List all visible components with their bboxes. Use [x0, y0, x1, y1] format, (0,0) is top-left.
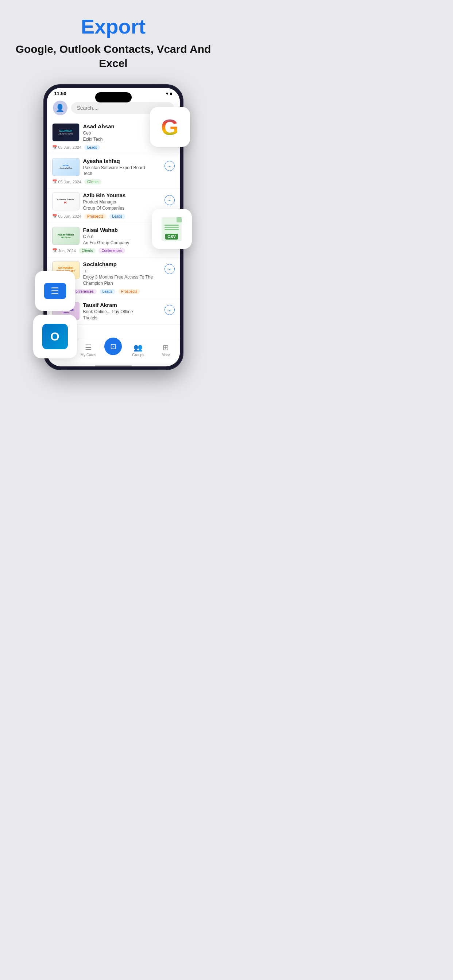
wifi-icon: ▾ — [166, 91, 168, 96]
tag-leads[interactable]: Leads — [84, 145, 100, 150]
nav-scan[interactable]: ⊡ — [102, 345, 124, 355]
scan-button[interactable]: ⊡ — [104, 337, 122, 355]
more-button-azib[interactable]: ··· — [164, 195, 175, 205]
contact-role: Product ManagerGroup Of Companies — [83, 199, 161, 212]
contact-date: 📅 05 Jun, 2024 — [52, 180, 82, 184]
calendar-icon: 📅 — [52, 145, 57, 150]
contact-info-faisal: Faisal Wahab C.e.oAn Frc Group Company — [83, 227, 161, 246]
tag-prospects[interactable]: Prospects — [118, 289, 140, 294]
groups-nav-label: Groups — [132, 353, 144, 357]
contact-info-asad: Asad Ahsan CeoEclix Tech — [83, 123, 161, 143]
tag-leads[interactable]: Leads — [109, 214, 125, 219]
outlook-float-card: O — [33, 315, 77, 358]
tag-clients[interactable]: Clients — [79, 248, 96, 253]
hero-subtitle: Google, Outlook Contacts, Vcard And Exce… — [7, 42, 219, 70]
calendar-icon: 📅 — [52, 180, 57, 184]
contact-name: Azib Bin Younas — [83, 192, 161, 198]
tag-clients[interactable]: Clients — [84, 179, 101, 185]
nav-groups[interactable]: 👥 Groups — [124, 343, 152, 357]
csv-float-card: CSV — [152, 209, 192, 249]
card-thumbnail-3: Azib Bin Younas 90 — [52, 192, 80, 210]
nav-my-cards[interactable]: ☰ My Cards — [74, 343, 102, 357]
contacts-card-icon: ☰ — [44, 283, 66, 299]
calendar-icon: 📅 — [52, 248, 57, 253]
contact-info-tausif: Tausif Akram Book Online... Pay OfflineT… — [83, 302, 161, 321]
contact-name: Tausif Akram — [83, 302, 161, 308]
contact-role: C.e.oAn Frc Group Company — [83, 234, 161, 246]
contact-info-azib: Azib Bin Younas Product ManagerGroup Of … — [83, 192, 161, 212]
csv-icon: CSV — [161, 217, 182, 241]
battery-icon: ■ — [170, 91, 172, 96]
status-time: 11:50 — [54, 91, 66, 96]
contact-role: CeoEclix Tech — [83, 130, 161, 143]
contact-role: Book Online... Pay OfflineThotels — [83, 309, 161, 321]
card-thumbnail-4: Faisal Wahab FRC Group — [52, 227, 80, 245]
contact-name: Faisal Wahab — [83, 227, 161, 233]
nav-more[interactable]: ⊞ More — [152, 343, 180, 357]
more-button-ayesha[interactable]: ··· — [164, 161, 175, 171]
outlook-icon: O — [42, 324, 68, 349]
more-nav-icon: ⊞ — [163, 343, 169, 352]
phone-mockup: G CSV ☰ O — [44, 85, 183, 369]
more-button-tausif[interactable]: ··· — [164, 305, 175, 315]
avatar[interactable]: 👤 — [53, 100, 67, 115]
contact-name: Ayesha Ishfaq — [83, 158, 161, 164]
calendar-icon: 📅 — [52, 214, 57, 219]
home-indicator — [95, 365, 132, 366]
status-icons: ▾ ■ — [166, 91, 172, 96]
contacts-float-card: ☰ — [35, 271, 75, 311]
my-cards-nav-icon: ☰ — [85, 343, 91, 352]
csv-doc: CSV — [161, 217, 182, 241]
contact-name: Asad Ahsan — [83, 123, 161, 129]
tag-leads[interactable]: Leads — [100, 289, 115, 294]
google-float-card: G — [150, 107, 190, 147]
contact-meta-ayesha: 📅 05 Jun, 2024 Clients — [52, 179, 175, 185]
tag-prospects[interactable]: Prospects — [84, 214, 106, 219]
contact-date: 📅 05 Jun, 2024 — [52, 145, 82, 150]
hero-section: Export Google, Outlook Contacts, Vcard A… — [0, 0, 226, 78]
groups-nav-icon: 👥 — [134, 343, 143, 352]
dynamic-island — [95, 92, 132, 102]
google-logo: G — [161, 114, 179, 140]
contact-date: 📅 Jun, 2024 — [52, 248, 76, 253]
tag-conferences[interactable]: Conferences — [99, 248, 125, 253]
contacts-card-symbol: ☰ — [51, 285, 59, 297]
contact-meta-faisal: 📅 Jun, 2024 Clients Conferences — [52, 248, 175, 253]
contact-role: □□Enjoy 3 Months Free Access To The Cham… — [83, 268, 161, 286]
card-thumbnail-1: ECLIXTECH ASAD AHSAN — [52, 123, 80, 142]
contact-item-ayesha: PSEB Ayesha Ishfaq Ayesha Ishfaq Pakista… — [47, 154, 180, 189]
contact-date: 📅 05 Jun, 2024 — [52, 214, 82, 219]
more-button-socialchamp[interactable]: ··· — [164, 264, 175, 274]
outlook-letter: O — [50, 330, 59, 344]
contact-role: Pakistan Software Export BoardTech — [83, 165, 161, 177]
avatar-icon: 👤 — [56, 103, 65, 112]
scan-icon: ⊡ — [110, 342, 116, 351]
my-cards-nav-label: My Cards — [81, 353, 96, 357]
csv-label: CSV — [165, 234, 178, 240]
card-thumbnail-2: PSEB Ayesha Ishfaq — [52, 158, 80, 176]
contact-info-ayesha: Ayesha Ishfaq Pakistan Software Export B… — [83, 158, 161, 177]
contact-info-socialchamp: Socialchamp □□Enjoy 3 Months Free Access… — [83, 261, 161, 286]
more-nav-label: More — [161, 353, 170, 357]
hero-title: Export — [7, 14, 219, 38]
contact-name: Socialchamp — [83, 261, 161, 267]
